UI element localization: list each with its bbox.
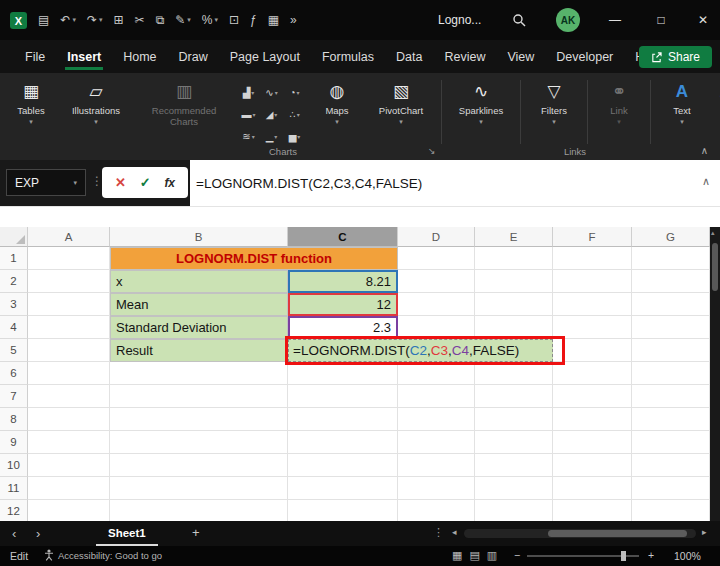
grid-cell[interactable] — [398, 270, 475, 293]
grid-cell[interactable] — [28, 431, 110, 454]
menu-tab-draw[interactable]: Draw — [168, 40, 219, 73]
grid-cell[interactable] — [553, 247, 632, 270]
ribbon-symbols-button[interactable]: ΩS — [713, 76, 720, 116]
grid-cell[interactable] — [110, 385, 288, 408]
grid-cell[interactable] — [475, 408, 553, 431]
menu-tab-developer[interactable]: Developer — [545, 40, 624, 73]
grid-cell[interactable] — [398, 247, 475, 270]
grid-cell[interactable] — [288, 500, 398, 521]
grid-cell[interactable] — [28, 316, 110, 339]
clipboard-icon[interactable]: ⊞ — [114, 13, 124, 27]
undo-icon[interactable]: ↶▾ — [60, 13, 76, 27]
grid-cell[interactable] — [398, 477, 475, 500]
formula-bar-expand-icon[interactable]: ∧ — [702, 175, 710, 188]
formula-input[interactable]: =LOGNORM.DIST(C2,C3,C4,FALSE) — [196, 160, 690, 206]
page-break-view-icon[interactable]: ▥ — [487, 549, 497, 562]
grid-cell[interactable] — [553, 408, 632, 431]
grid-cell[interactable] — [398, 293, 475, 316]
grid-cell[interactable] — [632, 385, 710, 408]
grid-cell[interactable] — [28, 362, 110, 385]
row-header-4[interactable]: 4 — [0, 316, 28, 339]
more-commands-icon[interactable]: » — [290, 13, 297, 27]
grid-cell[interactable] — [398, 362, 475, 385]
insert-function-icon[interactable]: fx — [164, 176, 175, 190]
pie-chart-icon[interactable]: ◔▾ — [284, 82, 305, 102]
column-chart-icon[interactable]: ▟▾ — [238, 82, 259, 102]
enter-icon[interactable]: ✓ — [140, 175, 151, 190]
zoom-slider[interactable] — [527, 555, 639, 557]
ribbon-pivotchart-button[interactable]: ▧PivotChart▾ — [369, 76, 433, 126]
grid-cell[interactable] — [110, 431, 288, 454]
combo-chart-icon[interactable]: ▁▾ — [261, 126, 282, 146]
document-title[interactable]: Logno... — [438, 13, 481, 27]
grid-cell[interactable] — [475, 247, 553, 270]
redo-icon[interactable]: ↷▾ — [87, 13, 103, 27]
stock-chart-icon[interactable]: ≋▾ — [238, 126, 259, 146]
row-header-10[interactable]: 10 — [0, 454, 28, 477]
grid-cell[interactable] — [28, 500, 110, 521]
grid-cell[interactable] — [288, 431, 398, 454]
cell-C4[interactable]: 2.3 — [288, 316, 398, 339]
grid-cell[interactable] — [28, 293, 110, 316]
grid-cell[interactable] — [632, 500, 710, 521]
zoom-slider-knob[interactable] — [621, 551, 626, 561]
name-box-caret-icon[interactable]: ▾ — [73, 179, 77, 187]
grid-cell[interactable] — [553, 477, 632, 500]
menu-tab-page-layout[interactable]: Page Layout — [219, 40, 311, 73]
combo-chart-caret-icon[interactable]: ▾ — [274, 133, 277, 140]
grid-cell[interactable] — [288, 477, 398, 500]
line-chart-icon[interactable]: ∿▾ — [261, 82, 282, 102]
grid-cell[interactable] — [632, 316, 710, 339]
horizontal-scrollbar[interactable] — [464, 529, 696, 538]
share-button[interactable]: Share — [639, 46, 712, 68]
funnel-chart-caret-icon[interactable]: ▾ — [297, 133, 300, 140]
grid-cell[interactable] — [475, 270, 553, 293]
search-icon[interactable] — [512, 13, 526, 31]
select-all-corner[interactable] — [0, 227, 28, 247]
grid-cell[interactable] — [28, 385, 110, 408]
grid-cell[interactable] — [553, 454, 632, 477]
grid-cell[interactable] — [475, 477, 553, 500]
menu-tab-review[interactable]: Review — [433, 40, 496, 73]
grid-cell[interactable] — [553, 362, 632, 385]
line-chart-caret-icon[interactable]: ▾ — [275, 89, 278, 96]
format-painter-icon[interactable]: ✎▾ — [175, 13, 191, 27]
funnel-chart-icon[interactable]: ▅▾ — [284, 126, 305, 146]
grid-cell[interactable] — [110, 408, 288, 431]
add-sheet-button[interactable]: + — [192, 525, 200, 540]
row-header-1[interactable]: 1 — [0, 247, 28, 270]
grid-cell[interactable] — [632, 293, 710, 316]
grid-cell[interactable] — [110, 454, 288, 477]
grid-cell[interactable] — [28, 247, 110, 270]
cell-B5[interactable]: Result — [110, 339, 288, 362]
grid-cell[interactable] — [553, 500, 632, 521]
grid-cell[interactable] — [632, 247, 710, 270]
column-header-E[interactable]: E — [475, 227, 553, 247]
camera-icon[interactable]: ⊡ — [229, 13, 239, 27]
grid-cell[interactable] — [632, 431, 710, 454]
grid-cell[interactable] — [28, 454, 110, 477]
cell-C2[interactable]: 8.21 — [288, 270, 398, 293]
grid-cell[interactable] — [398, 431, 475, 454]
zoom-out-button[interactable]: − — [514, 549, 520, 561]
column-header-C[interactable]: C — [288, 227, 398, 247]
ribbon-maps-button[interactable]: ◍Maps▾ — [313, 76, 361, 126]
menu-tab-data[interactable]: Data — [385, 40, 433, 73]
row-header-7[interactable]: 7 — [0, 385, 28, 408]
menu-tab-formulas[interactable]: Formulas — [311, 40, 385, 73]
menu-tab-insert[interactable]: Insert — [56, 40, 112, 73]
ribbon-filters-button[interactable]: ▽Filters▾ — [529, 76, 579, 126]
cell-B1-title[interactable]: LOGNORM.DIST function — [110, 247, 398, 270]
minimize-button[interactable]: — — [596, 0, 634, 40]
prev-sheet-icon[interactable]: ‹ — [12, 526, 16, 541]
grid-cell[interactable] — [632, 477, 710, 500]
cell-C3[interactable]: 12 — [288, 293, 398, 316]
grid-cell[interactable] — [28, 408, 110, 431]
zoom-in-button[interactable]: + — [648, 549, 654, 561]
row-header-5[interactable]: 5 — [0, 339, 28, 362]
next-sheet-icon[interactable]: › — [36, 526, 40, 541]
bar-chart-caret-icon[interactable]: ▾ — [252, 111, 255, 118]
account-avatar[interactable]: AK — [556, 8, 580, 32]
grid-cell[interactable] — [475, 500, 553, 521]
column-header-G[interactable]: G — [632, 227, 710, 247]
